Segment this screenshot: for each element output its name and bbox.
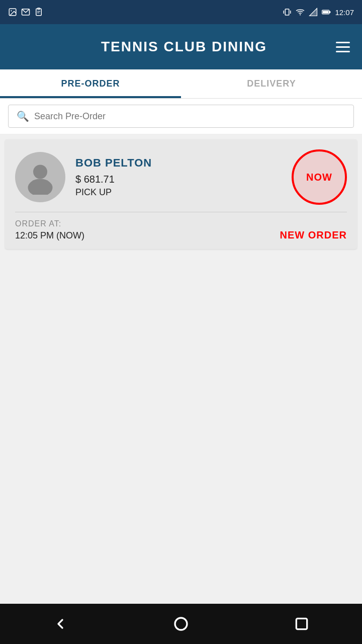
svg-point-17 [175,618,187,630]
order-amount: $ 681.71 [75,174,282,185]
order-time-section: ORDER AT: 12:05 PM (NOW) [15,219,84,241]
home-icon [173,616,189,632]
order-card-top: BOB PELTON $ 681.71 PICK UP NOW [5,139,357,212]
app-header: TENNIS CLUB DINING [0,24,362,69]
search-input[interactable] [34,111,345,122]
svg-rect-13 [323,11,329,13]
battery-icon [322,8,331,17]
tab-delivery[interactable]: DELIVERY [181,69,362,98]
svg-rect-18 [296,618,307,629]
recents-icon [294,616,310,632]
order-type: PICK UP [75,187,282,198]
bottom-nav [0,604,362,644]
svg-rect-7 [286,9,290,15]
tabs: PRE-ORDER DELIVERY [0,69,362,99]
wifi-icon [296,8,305,17]
home-button[interactable] [171,614,191,634]
svg-point-10 [300,14,301,15]
back-button[interactable] [50,614,70,634]
gallery-icon [8,8,17,17]
search-wrapper[interactable]: 🔍 [8,105,354,128]
app-title: TENNIS CLUB DINING [32,39,336,55]
signal-icon [309,8,318,17]
svg-point-1 [11,10,12,11]
menu-button[interactable] [336,42,350,52]
order-name: BOB PELTON [75,156,282,170]
order-at-label: ORDER AT: [15,219,84,228]
orders-list: BOB PELTON $ 681.71 PICK UP NOW ORDER AT… [0,134,362,604]
avatar [15,152,65,202]
order-card-bottom: ORDER AT: 12:05 PM (NOW) NEW ORDER [5,212,357,249]
person-icon [23,159,58,195]
search-bar: 🔍 [0,99,362,134]
vibrate-icon [283,8,292,17]
recents-button[interactable] [292,614,312,634]
order-info: BOB PELTON $ 681.71 PICK UP [75,156,282,198]
status-time: 12:07 [335,8,354,17]
svg-point-16 [28,179,53,195]
svg-point-15 [33,165,47,179]
search-icon: 🔍 [17,110,29,122]
order-card[interactable]: BOB PELTON $ 681.71 PICK UP NOW ORDER AT… [5,139,357,249]
status-bar: 12:07 [0,0,362,24]
gmail-icon [21,8,30,17]
new-order-button[interactable]: NEW ORDER [280,229,347,241]
clipboard-icon [34,8,43,17]
order-time: 12:05 PM (NOW) [15,230,84,241]
status-icons-right: 12:07 [283,8,354,17]
now-button[interactable]: NOW [292,149,347,205]
status-icons-left [8,8,43,17]
svg-rect-14 [329,11,331,13]
back-icon [52,616,68,632]
svg-marker-11 [310,9,317,16]
tab-preorder[interactable]: PRE-ORDER [0,69,181,98]
